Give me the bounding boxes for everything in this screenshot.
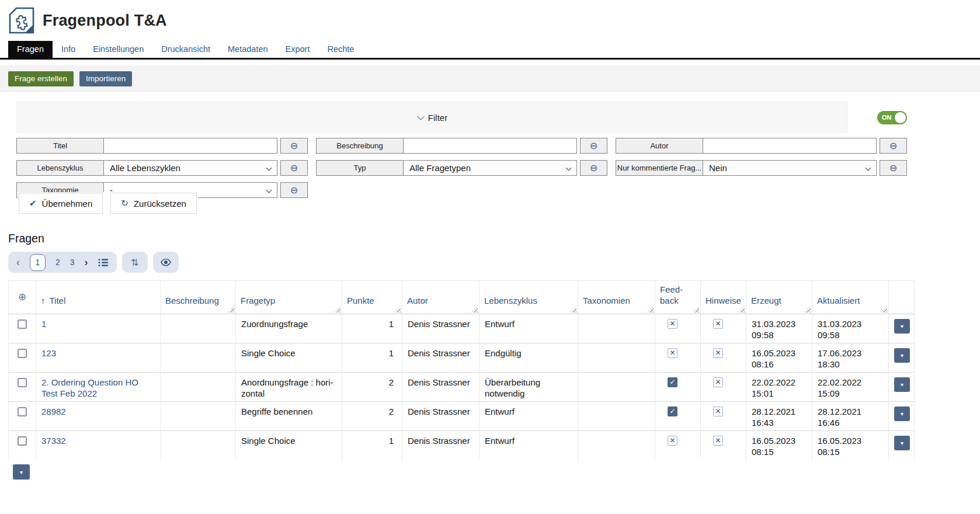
filter-input-titel[interactable]: [104, 138, 277, 154]
import-button[interactable]: Importieren: [79, 71, 132, 86]
remove-filter-button-beschreibung[interactable]: ⊖: [580, 138, 607, 154]
row-action-dropdown-button[interactable]: ▾: [894, 436, 910, 450]
row-action-dropdown-button[interactable]: ▾: [894, 377, 910, 392]
prev-page-icon[interactable]: ‹: [16, 256, 20, 269]
column-header-fragetyp: Fragetyp: [236, 281, 342, 314]
apply-filter-button[interactable]: ✔ Übernehmen: [19, 193, 103, 214]
bulk-action-dropdown-button[interactable]: ▾: [13, 464, 30, 480]
column-header-label-feedback[interactable]: Feed­back: [660, 284, 683, 305]
cell-hinweise: ✕: [701, 402, 746, 431]
table-row: 2. Ordering Question HO Test Feb 2022Ano…: [9, 373, 915, 402]
filter-title: Filter: [428, 113, 447, 123]
reset-filter-label: Zurücksetzen: [134, 199, 186, 209]
reset-filter-button[interactable]: ↻ Zurücksetzen: [110, 193, 197, 214]
column-resize-handle[interactable]: [647, 306, 654, 312]
filter-toggle[interactable]: ON: [877, 111, 907, 124]
column-header-label-aktualisiert[interactable]: Aktualisiert: [817, 296, 860, 305]
column-resize-handle[interactable]: [471, 306, 478, 312]
list-view-icon[interactable]: [98, 258, 109, 267]
column-resize-handle[interactable]: [228, 306, 234, 312]
tab-einstellungen[interactable]: Einstellungen: [84, 41, 152, 58]
cell-fragetyp: Single Choice: [236, 431, 342, 460]
page-title: Fragenpool T&A: [43, 12, 167, 30]
question-title-link[interactable]: 2. Ordering Question HO Test Feb 2022: [41, 377, 138, 398]
row-action-dropdown-button[interactable]: ▾: [894, 407, 910, 421]
row-checkbox[interactable]: [18, 407, 27, 416]
circle-minus-icon: ⊖: [889, 141, 897, 151]
section-title: Fragen: [8, 232, 980, 245]
remove-filter-button-typ[interactable]: ⊖: [580, 160, 607, 176]
filter-select-lebenszyklus[interactable]: Alle Lebenszyklen: [104, 160, 277, 176]
page-1[interactable]: 1: [30, 254, 46, 271]
next-page-icon[interactable]: ›: [85, 256, 88, 269]
question-title-link[interactable]: 123: [41, 348, 56, 358]
page-3[interactable]: 3: [70, 258, 75, 267]
cell-lebenszyklus: Überarbeitung notwen­dig: [479, 373, 578, 402]
column-header-label-titel[interactable]: Titel: [50, 296, 66, 305]
row-checkbox[interactable]: [18, 349, 27, 358]
cell-aktualisiert: 17.06.2023 18:30: [812, 343, 889, 373]
circle-minus-icon: ⊖: [290, 186, 298, 195]
column-resize-handle[interactable]: [334, 306, 340, 312]
tab-rechte[interactable]: Rechte: [318, 41, 363, 58]
row-action-dropdown-button[interactable]: ▾: [894, 348, 910, 363]
question-title-link[interactable]: 28982: [41, 407, 66, 416]
cell-feedback: ✕: [655, 431, 701, 460]
table-row: 1Zuordnungsfrage1Denis StrassnerEntwurf✕…: [9, 314, 915, 343]
column-header-autor: Autor: [402, 281, 479, 314]
filter-select-typ[interactable]: Alle Fragetypen: [404, 160, 577, 176]
eye-icon: [160, 258, 172, 266]
circle-plus-icon[interactable]: ⊕: [13, 291, 31, 303]
row-action-dropdown-button[interactable]: ▾: [894, 319, 910, 334]
column-header-label-autor[interactable]: Autor: [407, 296, 428, 305]
checkbox-checked-icon: ✓: [668, 407, 677, 416]
row-checkbox[interactable]: [18, 319, 27, 329]
page-2[interactable]: 2: [55, 258, 60, 267]
column-header-label-hinweise[interactable]: Hinwei­se: [706, 296, 741, 305]
row-checkbox[interactable]: [18, 378, 27, 387]
tab-fragen[interactable]: Fragen: [8, 41, 53, 58]
filter-fields: Titel⊖Beschreibung⊖Autor⊖LebenszyklusAll…: [16, 138, 907, 198]
tab-export[interactable]: Export: [277, 41, 319, 58]
column-header-label-beschreibung[interactable]: Beschreibung: [165, 296, 219, 305]
filter-collapse-bar[interactable]: Filter: [16, 102, 848, 133]
cell-lebenszyklus: Entwurf: [479, 314, 578, 343]
checkbox-crossed-icon: ✕: [713, 407, 723, 416]
column-header-label-lebenszyklus[interactable]: Lebenszyklus: [484, 296, 537, 305]
column-header-label-erzeugt[interactable]: Erzeugt: [751, 296, 781, 305]
filter-select-nur-kommentierte-fragen[interactable]: Nein: [703, 160, 877, 176]
remove-filter-button-nur-kommentierte-fragen[interactable]: ⊖: [880, 160, 907, 176]
filter-input-beschreibung[interactable]: [404, 138, 577, 154]
remove-filter-button-titel[interactable]: ⊖: [280, 138, 308, 154]
puzzle-icon: [8, 7, 35, 34]
column-resize-handle[interactable]: [394, 306, 401, 312]
column-resize-handle[interactable]: [570, 306, 576, 312]
question-title-link[interactable]: 37332: [41, 436, 66, 446]
column-header-aktualisiert: Aktualisiert: [812, 281, 889, 314]
column-header-label-fragetyp[interactable]: Fragetyp: [241, 296, 275, 305]
row-checkbox[interactable]: [18, 436, 27, 446]
tab-druckansicht[interactable]: Druckansicht: [152, 41, 219, 58]
preview-button[interactable]: [153, 252, 179, 273]
tab-metadaten[interactable]: Metadaten: [219, 41, 277, 58]
filter-input-autor[interactable]: [703, 138, 877, 154]
remove-filter-button-taxonomie[interactable]: ⊖: [280, 182, 308, 198]
column-header-feedback: Feed­back: [655, 281, 701, 314]
remove-filter-button-lebenszyklus[interactable]: ⊖: [280, 160, 308, 176]
remove-filter-button-autor[interactable]: ⊖: [880, 138, 907, 154]
create-question-button[interactable]: Frage erstellen: [8, 71, 74, 86]
cell-lebenszyklus: Entwurf: [479, 431, 578, 460]
column-header-label-punkte[interactable]: Punkte: [347, 296, 374, 305]
cell-actions: ▾: [889, 343, 915, 373]
tab-info[interactable]: Info: [53, 41, 84, 58]
column-resize-handle[interactable]: [693, 306, 699, 312]
cell-titel: 123: [36, 343, 161, 373]
column-resize-handle[interactable]: [804, 306, 811, 312]
question-title-link[interactable]: 1: [41, 319, 46, 329]
sort-button[interactable]: ⇅: [122, 252, 148, 273]
column-header-label-taxonomien[interactable]: Taxonomien: [583, 296, 630, 305]
column-resize-handle[interactable]: [738, 306, 745, 312]
chevron-down-icon: [266, 187, 272, 193]
column-resize-handle[interactable]: [881, 306, 887, 312]
chevron-down-icon: [266, 165, 272, 171]
